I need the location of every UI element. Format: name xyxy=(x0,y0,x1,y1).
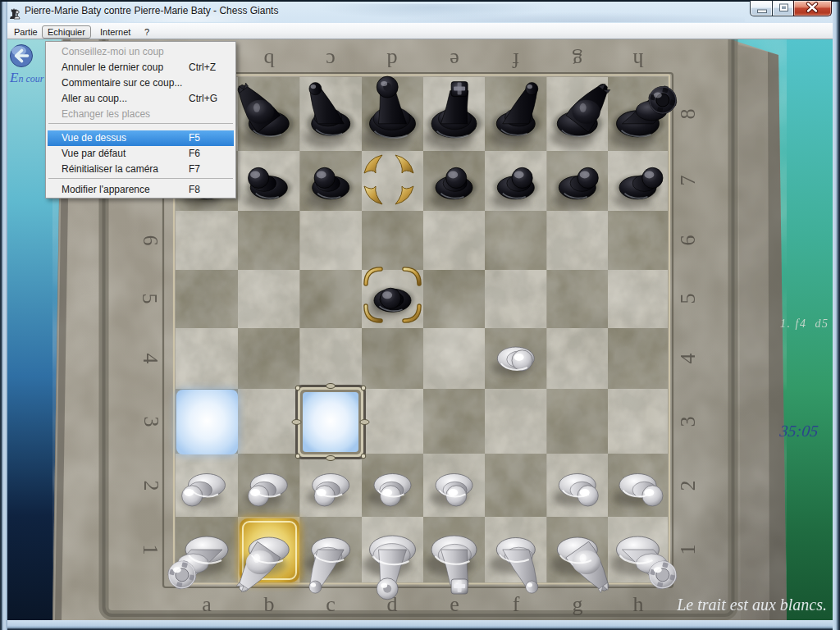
svg-text:1: 1 xyxy=(676,545,700,555)
svg-text:8: 8 xyxy=(676,109,700,120)
svg-text:2: 2 xyxy=(139,481,163,491)
svg-text:g: g xyxy=(573,592,583,616)
svg-text:6: 6 xyxy=(676,235,700,246)
svg-text:h: h xyxy=(633,48,644,72)
svg-text:Le trait est aux blancs.: Le trait est aux blancs. xyxy=(676,596,827,614)
svg-text:e: e xyxy=(450,592,459,616)
svg-text:a: a xyxy=(202,592,212,616)
svg-text:d: d xyxy=(387,48,398,72)
svg-text:7: 7 xyxy=(676,176,700,186)
svg-text:2: 2 xyxy=(676,481,700,491)
svg-text:c: c xyxy=(326,48,336,72)
svg-text:b: b xyxy=(264,592,275,616)
svg-text:4: 4 xyxy=(139,354,162,364)
svg-text:b: b xyxy=(264,48,275,72)
svg-text:c: c xyxy=(326,592,336,616)
svg-text:35:05: 35:05 xyxy=(778,422,819,440)
svg-text:f: f xyxy=(513,592,520,616)
svg-text:e: e xyxy=(450,48,459,72)
svg-text:1: 1 xyxy=(139,545,162,555)
svg-text:1. f4 d5: 1. f4 d5 xyxy=(780,317,829,330)
svg-text:5: 5 xyxy=(676,294,700,304)
svg-text:5: 5 xyxy=(138,294,162,304)
svg-text:3: 3 xyxy=(139,417,163,427)
svg-text:4: 4 xyxy=(676,354,700,364)
svg-text:f: f xyxy=(512,48,519,72)
svg-text:3: 3 xyxy=(676,417,700,427)
svg-text:6: 6 xyxy=(139,235,162,246)
svg-text:h: h xyxy=(633,592,644,616)
svg-text:g: g xyxy=(573,48,583,72)
